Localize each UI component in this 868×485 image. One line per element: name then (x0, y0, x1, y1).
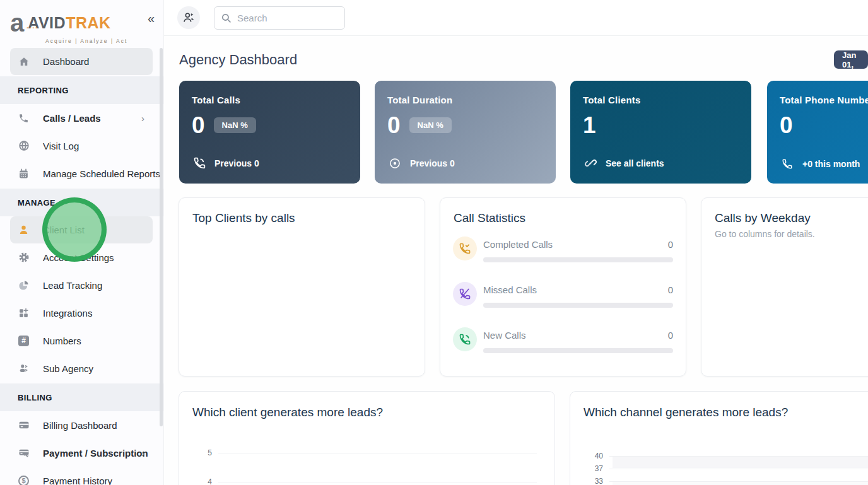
stat-card-value: 0 (780, 114, 793, 137)
chart-channel-leads: Which channel generates more leads? 40 3… (570, 391, 868, 485)
credit-card-refresh-icon (18, 447, 30, 459)
home-icon (18, 56, 30, 67)
clients-menu-button[interactable] (177, 6, 200, 29)
call-stat-progressbar (483, 303, 673, 308)
users-icon (182, 11, 195, 24)
stat-card-footer: +0 this month (780, 158, 860, 170)
stat-card-footer-text: Previous 0 (214, 158, 259, 168)
sidebar-item-label: Numbers (43, 336, 81, 346)
panel-subtitle: Go to columns for details. (715, 229, 868, 239)
call-stat-row-completed: Completed Calls 0 (453, 235, 673, 272)
call-stat-progressbar (483, 257, 673, 262)
target-icon (387, 157, 402, 170)
sidebar-item-visit-log[interactable]: Visit Log (0, 132, 163, 160)
stat-card-value: 0 (192, 114, 205, 137)
phone-call-icon (192, 156, 207, 170)
sidebar-item-payment-history[interactable]: $ Payment History (0, 467, 163, 485)
axis-tick-row: 37 (588, 464, 868, 473)
gridline (218, 482, 537, 482)
stat-card-footer-text: See all clients (606, 158, 664, 168)
phone-incoming-icon (453, 327, 477, 351)
sidebar-collapse-icon[interactable]: « (148, 11, 155, 26)
stat-card-total-calls: Total Calls 0 NaN % Previous 0 (179, 81, 360, 184)
click-highlight-circle (42, 197, 107, 262)
call-stat-row-new: New Calls 0 (453, 325, 673, 363)
sidebar-scrollbar[interactable] (160, 48, 163, 426)
phone-icon (780, 158, 795, 170)
phone-check-icon (453, 237, 477, 260)
panel-calls-by-weekday: Calls by Weekday Go to columns for detai… (701, 197, 868, 377)
panel-top-clients: Top Clients by calls (179, 197, 425, 377)
sidebar-item-label: Payment History (43, 476, 112, 485)
person-icon (18, 224, 30, 236)
call-stat-row-missed: Missed Calls 0 (453, 280, 673, 318)
sidebar-item-label: Manage Scheduled Reports (43, 168, 160, 179)
call-stat-value: 0 (668, 239, 673, 250)
sidebar-item-manage-scheduled-reports[interactable]: Manage Scheduled Reports (0, 160, 163, 187)
main-content: Agency Dashboard Jan 01, Total Calls 0 N… (164, 0, 868, 485)
logo-wordmark: AVIDTRAK (28, 14, 110, 32)
dollar-circle-icon: $ (18, 475, 30, 485)
axis-tick-row: 33 (588, 477, 868, 485)
chart-client-leads: Which client generates more leads? 5 4 (179, 391, 555, 485)
logo[interactable]: a···· AVIDTRAK « (10, 8, 153, 38)
credit-card-icon (18, 419, 30, 431)
link-icon (583, 156, 598, 170)
sidebar-item-label: Sub Agency (43, 363, 93, 374)
search-icon (221, 13, 232, 23)
y-tick-label: 37 (588, 464, 603, 473)
people-icon (18, 363, 30, 375)
stat-card-title: Total Duration (387, 95, 543, 105)
sidebar-item-lead-tracking[interactable]: Lead Tracking (0, 271, 163, 299)
panel-title: Call Statistics (454, 211, 686, 225)
see-all-clients-link[interactable]: See all clients (583, 156, 664, 170)
sidebar-item-integrations[interactable]: Integrations (0, 299, 163, 327)
stat-card-title: Total Phone Numbers (780, 95, 868, 105)
axis-tick-row: 5 (197, 448, 537, 457)
stat-card-title: Total Clients (583, 95, 739, 105)
logo-dots: ···· (26, 18, 38, 37)
globe-icon (18, 140, 30, 152)
y-tick-label: 40 (588, 452, 603, 460)
hash-icon: # (18, 335, 30, 347)
sidebar-item-billing-dashboard[interactable]: Billing Dashboard (0, 411, 163, 439)
pie-chart-icon (18, 279, 30, 291)
gridline (609, 469, 868, 469)
stat-card-footer-text: +0 this month (802, 159, 860, 169)
grid-plus-icon (18, 307, 30, 319)
sidebar-item-calls-leads[interactable]: Calls / Leads › (0, 104, 163, 132)
search-input[interactable] (237, 13, 332, 23)
stat-card-value: 0 (387, 114, 401, 137)
chart-title: Which client generates more leads? (192, 406, 554, 419)
calendar-icon (18, 168, 30, 180)
call-stat-progressbar (483, 348, 673, 353)
sidebar-item-label: Dashboard (43, 56, 89, 67)
phone-icon (18, 112, 30, 124)
logo-tagline: Acquire | Analyze | Act (45, 38, 153, 44)
chart-title: Which channel generates more leads? (584, 406, 868, 419)
sidebar-section-reporting: REPORTING (0, 76, 163, 104)
stat-card-total-phone-numbers: Total Phone Numbers 0 +0 this month (767, 81, 868, 184)
topbar (164, 0, 868, 36)
call-stat-value: 0 (668, 284, 673, 295)
sidebar-item-sub-agency[interactable]: Sub Agency (0, 354, 163, 382)
sidebar-item-dashboard[interactable]: Dashboard (10, 48, 153, 75)
date-range-button[interactable]: Jan 01, (834, 50, 868, 69)
sidebar-item-payment-subscription[interactable]: Payment / Subscription › (0, 439, 163, 467)
stat-card-total-duration: Total Duration 0 NaN % Previous 0 (375, 81, 556, 184)
call-stat-label: New Calls (483, 330, 526, 341)
sidebar-item-numbers[interactable]: # Numbers (0, 327, 163, 354)
stat-card-footer: Previous 0 (192, 156, 259, 170)
chevron-right-icon: › (141, 113, 144, 124)
axis-tick-row: 40 (588, 452, 868, 460)
sidebar-item-label: Visit Log (43, 141, 79, 151)
stat-card-value: 1 (583, 114, 596, 137)
page-title: Agency Dashboard (179, 52, 297, 68)
call-stat-label: Completed Calls (483, 239, 553, 250)
search-box[interactable] (214, 6, 345, 30)
stat-card-total-clients: Total Clients 1 See all clients (570, 81, 751, 184)
panel-call-statistics: Call Statistics Completed Calls 0 Missed… (440, 197, 686, 377)
sidebar-item-label: Payment / Subscription (43, 448, 148, 459)
phone-missed-icon (453, 282, 477, 306)
sidebar-item-label: Calls / Leads (43, 113, 101, 124)
